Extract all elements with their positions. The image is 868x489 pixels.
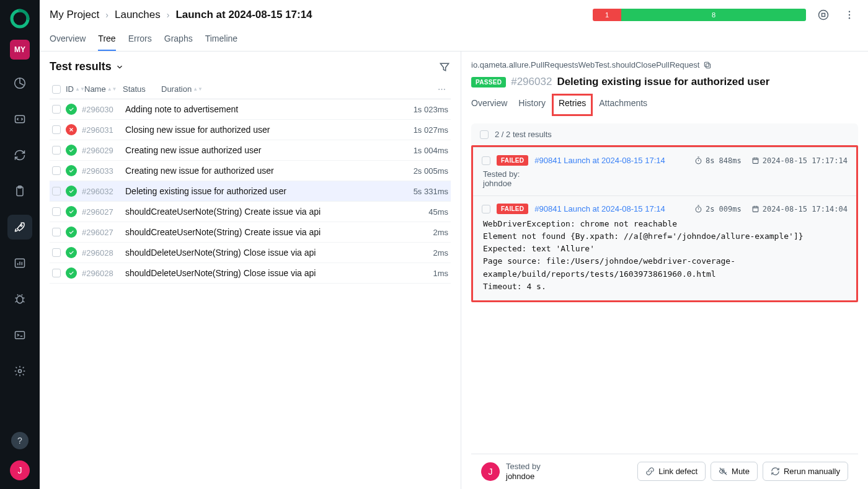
- retries-summary: 2 / 2 test results: [495, 130, 552, 139]
- sidebar: MY ? J: [0, 0, 40, 489]
- gear-icon[interactable]: [7, 359, 32, 384]
- row-id: #296027: [82, 207, 120, 217]
- col-duration[interactable]: Duration▲▼: [161, 84, 430, 94]
- retry-checkbox[interactable]: [482, 205, 490, 213]
- test-title: Deleting existing issue for authorized u…: [557, 76, 769, 88]
- row-checkbox[interactable]: [52, 146, 61, 155]
- more-icon[interactable]: [841, 6, 858, 24]
- link-defect-button[interactable]: Link defect: [637, 462, 706, 481]
- row-checkbox[interactable]: [52, 269, 61, 277]
- retries-select-all[interactable]: [480, 130, 489, 139]
- breadcrumb-section[interactable]: Launches: [115, 9, 161, 21]
- row-checkbox[interactable]: [52, 125, 61, 134]
- retry-duration: 2s 009ms: [694, 205, 742, 213]
- svg-rect-19: [753, 207, 758, 212]
- project-badge[interactable]: MY: [10, 40, 30, 60]
- table-row[interactable]: #296031Closing new issue for authorized …: [50, 120, 451, 140]
- help-icon[interactable]: ?: [11, 432, 29, 449]
- mute-button[interactable]: Mute: [711, 462, 758, 481]
- svg-rect-10: [822, 14, 825, 17]
- col-status[interactable]: Status: [123, 84, 156, 94]
- progress-bar: 1 8: [593, 9, 806, 21]
- breadcrumb-project[interactable]: My Project: [50, 9, 99, 21]
- copy-icon[interactable]: [703, 61, 712, 70]
- retry-link[interactable]: #90841 Launch at 2024-08-15 17:14: [534, 204, 665, 213]
- row-checkbox[interactable]: [52, 105, 61, 114]
- tested-by-label: Tested by: [506, 462, 541, 472]
- retry-link[interactable]: #90841 Launch at 2024-08-15 17:14: [534, 156, 665, 165]
- retry-duration: 8s 848ms: [694, 156, 742, 165]
- retry-timestamp: 2024-08-15 17:14:04: [751, 205, 848, 213]
- breadcrumb-current: Launch at 2024-08-15 17:14: [175, 9, 312, 21]
- nav-tab-tree[interactable]: Tree: [98, 30, 115, 51]
- retry-checkbox[interactable]: [482, 156, 490, 165]
- columns-more-icon[interactable]: ⋯: [435, 84, 448, 94]
- chevron-down-icon: [115, 63, 124, 71]
- pane-title[interactable]: Test results: [50, 60, 124, 73]
- filter-icon[interactable]: [438, 61, 451, 73]
- table-row[interactable]: #296027shouldCreateUserNote(String) Crea…: [50, 222, 451, 243]
- row-duration: 1s 027ms: [405, 125, 448, 135]
- nav-tab-overview[interactable]: Overview: [50, 30, 86, 51]
- svg-point-9: [819, 11, 828, 20]
- test-results-pane: Test results ID▲▼ Name▲▼ Status Duration…: [40, 52, 461, 489]
- row-name: shouldCreateUserNote(String) Create issu…: [125, 227, 400, 237]
- table-row[interactable]: #296032Deleting existing issue for autho…: [50, 181, 451, 202]
- table-body: #296030Adding note to advertisement1s 02…: [50, 99, 451, 284]
- stopwatch-icon: [694, 156, 702, 164]
- select-all-checkbox[interactable]: [52, 85, 61, 94]
- chevron-right-icon: ›: [167, 10, 170, 20]
- detail-tab-retries[interactable]: Retries: [552, 94, 593, 116]
- clipboard-icon[interactable]: [7, 179, 32, 204]
- table-row[interactable]: #296030Adding note to advertisement1s 02…: [50, 99, 451, 120]
- row-id: #296027: [82, 228, 120, 237]
- row-checkbox[interactable]: [52, 187, 61, 195]
- row-id: #296032: [82, 187, 120, 196]
- app-logo[interactable]: [10, 9, 30, 29]
- col-id[interactable]: ID▲▼: [66, 84, 79, 94]
- row-checkbox[interactable]: [52, 166, 61, 175]
- svg-rect-14: [706, 63, 711, 68]
- detail-tab-overview[interactable]: Overview: [471, 96, 507, 114]
- user-avatar[interactable]: J: [10, 460, 30, 480]
- nav-tab-timeline[interactable]: Timeline: [205, 30, 237, 51]
- progress-pass: 8: [621, 9, 806, 21]
- calendar-icon: [751, 205, 760, 213]
- status-passed-icon: [66, 165, 77, 176]
- refresh-icon[interactable]: [7, 143, 32, 168]
- row-id: #296028: [82, 269, 120, 278]
- detail-tab-history[interactable]: History: [518, 96, 546, 114]
- retry-tested-by: Tested by:johndoe: [482, 169, 848, 188]
- terminal-icon[interactable]: [7, 323, 32, 348]
- row-checkbox[interactable]: [52, 228, 61, 236]
- table-row[interactable]: #296029Creating new issue authorized use…: [50, 140, 451, 161]
- svg-point-12: [849, 14, 850, 16]
- table-header: ID▲▼ Name▲▼ Status Duration▲▼ ⋯: [50, 79, 451, 99]
- nav-tab-errors[interactable]: Errors: [128, 30, 152, 51]
- row-checkbox[interactable]: [52, 207, 61, 216]
- header: My Project › Launches › Launch at 2024-0…: [40, 0, 868, 52]
- rocket-icon[interactable]: [7, 215, 32, 240]
- pie-icon[interactable]: [7, 71, 32, 96]
- table-row[interactable]: #296028shouldDeleteUserNote(String) Clos…: [50, 263, 451, 284]
- code-icon[interactable]: [7, 107, 32, 132]
- rerun-button[interactable]: Rerun manually: [763, 462, 848, 481]
- retry-timestamp: 2024-08-15 17:17:14: [751, 156, 848, 165]
- detail-tab-attachments[interactable]: Attachments: [599, 96, 647, 114]
- row-id: #296030: [82, 105, 120, 114]
- table-row[interactable]: #296033Creating new issue for authorized…: [50, 161, 451, 181]
- table-row[interactable]: #296027shouldCreateUserNote(String) Crea…: [50, 202, 451, 222]
- nav-tab-graphs[interactable]: Graphs: [164, 30, 193, 51]
- table-row[interactable]: #296028shouldDeleteUserNote(String) Clos…: [50, 243, 451, 263]
- chart-icon[interactable]: [7, 251, 32, 276]
- bug-icon[interactable]: [7, 287, 32, 312]
- stop-icon[interactable]: [815, 6, 832, 24]
- row-name: Creating new issue for authorized user: [125, 166, 400, 176]
- retry-status-badge: FAILED: [497, 155, 528, 166]
- chevron-right-icon: ›: [105, 10, 108, 20]
- col-name[interactable]: Name▲▼: [84, 84, 118, 94]
- row-name: Deleting existing issue for authorized u…: [125, 186, 400, 196]
- status-badge: PASSED: [471, 77, 506, 87]
- row-checkbox[interactable]: [52, 248, 61, 257]
- svg-rect-15: [705, 62, 709, 66]
